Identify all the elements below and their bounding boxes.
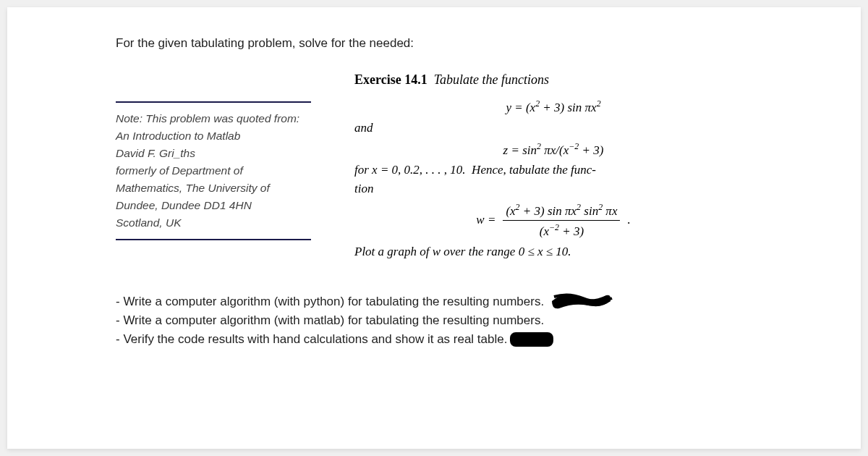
equation-z: z = sin2 πx/(x−2 + 3) xyxy=(354,141,752,158)
exercise-number: Exercise 14.1 xyxy=(354,72,427,87)
note-line: Mathematics, The University of xyxy=(116,180,311,197)
task-item: - Verify the code results with hand calc… xyxy=(116,330,752,349)
equation-y: y = (x2 + 3) sin πx2 xyxy=(354,98,752,115)
task-item: - Write a computer algorithm (with pytho… xyxy=(116,292,752,312)
citation-note: Note: This problem was quoted from: An I… xyxy=(116,72,311,263)
note-line: David F. Gri_ths xyxy=(116,145,311,162)
note-line: formerly of Department of xyxy=(116,162,311,180)
note-line: An Introduction to Matlab xyxy=(116,127,311,145)
note-line: Note: This problem was quoted from: xyxy=(116,110,311,127)
note-line: Scotland, UK xyxy=(116,214,311,232)
and-word: and xyxy=(354,121,752,135)
task-list: - Write a computer algorithm (with pytho… xyxy=(116,292,752,349)
for-x-range: for x = 0, 0.2, . . . , 10. Hence, tabul… xyxy=(354,163,752,177)
two-column-layout: Note: This problem was quoted from: An I… xyxy=(116,72,752,263)
document-page: For the given tabulating problem, solve … xyxy=(7,7,861,449)
intro-text: For the given tabulating problem, solve … xyxy=(116,36,752,51)
divider-bottom xyxy=(116,239,311,240)
divider-top xyxy=(116,101,311,103)
note-line: Dundee, Dundee DD1 4HN xyxy=(116,197,311,214)
equation-w: w = (x2 + 3) sin πx2 sin2 πx (x−2 + 3) . xyxy=(354,202,752,238)
tion-word: tion xyxy=(354,182,752,196)
redaction-mark xyxy=(552,292,610,311)
redaction-mark xyxy=(510,332,553,347)
task-item: - Write a computer algorithm (with matla… xyxy=(116,311,752,330)
plot-instruction: Plot a graph of w over the range 0 ≤ x ≤… xyxy=(354,245,752,259)
exercise-subtitle: Tabulate the functions xyxy=(434,72,549,87)
exercise-block: Exercise 14.1 Tabulate the functions y =… xyxy=(354,72,752,263)
